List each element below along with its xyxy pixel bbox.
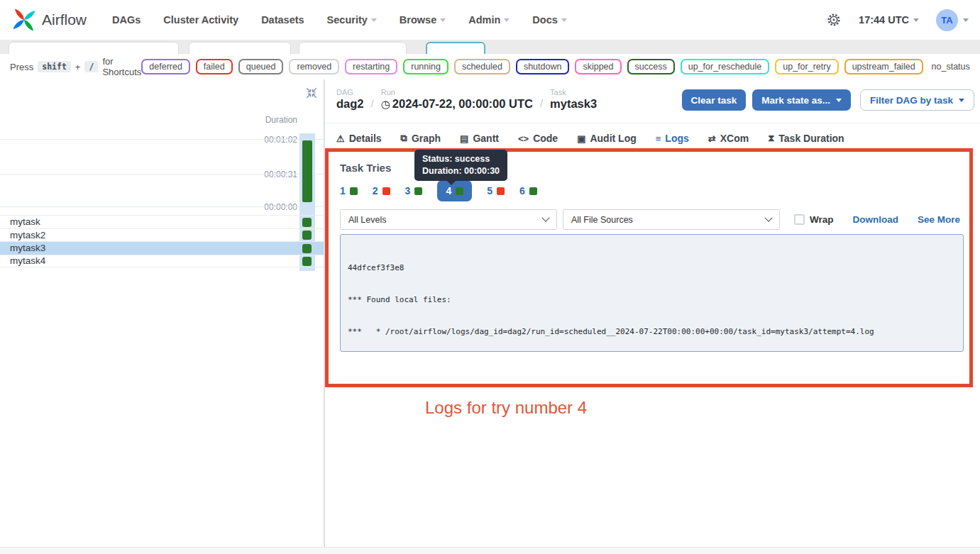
- run-date[interactable]: 2024-07-22, 00:00:00 UTC: [392, 97, 533, 111]
- state-badge-restarting[interactable]: restarting: [345, 59, 397, 74]
- filter-input-stub[interactable]: [189, 42, 291, 54]
- task-instance-square[interactable]: [302, 244, 312, 253]
- filter-input-stub[interactable]: [9, 42, 179, 54]
- dag-filter-bar: [0, 40, 980, 54]
- try-button-2[interactable]: 2: [373, 185, 390, 196]
- task-row-mytask3[interactable]: mytask3: [0, 241, 324, 255]
- state-badge-failed[interactable]: failed: [196, 59, 233, 74]
- state-badge-running[interactable]: running: [403, 59, 448, 74]
- tab-gantt[interactable]: ▤Gantt: [460, 133, 499, 144]
- filter-input-stub-active[interactable]: [426, 42, 485, 54]
- mark-state-as-button[interactable]: Mark state as...: [752, 89, 851, 111]
- shortcut-hint: Press shift + / for Shortcuts: [10, 56, 141, 77]
- wrap-toggle[interactable]: Wrap: [794, 214, 834, 225]
- try-state-square: [529, 187, 537, 195]
- top-navbar: Airflow DAGs Cluster Activity Datasets S…: [0, 0, 980, 40]
- try-state-square: [456, 187, 463, 195]
- try-button-1[interactable]: 1: [340, 185, 358, 196]
- duration-bar[interactable]: [302, 140, 312, 202]
- plus-text: +: [75, 62, 81, 72]
- log-output[interactable]: 44dfcef3f3e8 *** Found local files: *** …: [340, 234, 964, 352]
- state-badge-skipped[interactable]: skipped: [575, 59, 621, 74]
- gridline: [0, 139, 324, 140]
- download-link[interactable]: Download: [852, 214, 898, 225]
- detail-tabs: ⚠Details ⧉Graph ▤Gantt <>Code ▣Audit Log…: [336, 129, 844, 148]
- shortcut-press-text: Press: [10, 62, 33, 72]
- state-badge-scheduled[interactable]: scheduled: [454, 59, 510, 74]
- user-menu[interactable]: TA: [936, 9, 969, 31]
- avatar[interactable]: TA: [936, 9, 958, 31]
- task-instance-square[interactable]: [302, 257, 312, 266]
- tab-logs[interactable]: ≡Logs: [656, 133, 689, 144]
- axis-tick: 00:00:31: [264, 170, 297, 179]
- nav-admin[interactable]: Admin: [468, 14, 510, 26]
- task-instance-square[interactable]: [302, 218, 312, 227]
- state-badge-up-for-reschedule[interactable]: up_for_reschedule: [681, 59, 770, 74]
- dag-name[interactable]: dag2: [336, 97, 364, 111]
- wrap-checkbox[interactable]: [794, 214, 805, 225]
- tab-details[interactable]: ⚠Details: [336, 133, 382, 144]
- state-badge-removed[interactable]: removed: [289, 59, 339, 74]
- try-button-6[interactable]: 6: [519, 185, 537, 196]
- filter-dag-by-task-button[interactable]: Filter DAG by task: [860, 89, 974, 111]
- state-badge-up-for-retry[interactable]: up_for_retry: [775, 59, 838, 74]
- brand-name: Airflow: [42, 11, 87, 28]
- task-row-mytask2[interactable]: mytask2: [0, 228, 324, 242]
- airflow-logo[interactable]: Airflow: [11, 7, 87, 33]
- chevron-down-icon: [541, 214, 549, 221]
- task-name: mytask4: [10, 255, 45, 266]
- graph-icon: ⧉: [401, 133, 407, 144]
- nav-datasets[interactable]: Datasets: [261, 14, 304, 26]
- tab-xcom[interactable]: ⇄XCom: [708, 133, 749, 144]
- try-state-square: [497, 187, 505, 195]
- filter-input-stub[interactable]: [299, 42, 407, 54]
- task-name: mytask: [10, 216, 40, 227]
- log-line: *** Found local files:: [348, 294, 956, 305]
- axis-tick: 00:01:02: [264, 135, 297, 145]
- collapse-panel-icon[interactable]: [305, 87, 318, 99]
- try-state-square: [414, 187, 422, 195]
- breadcrumb-separator: /: [371, 97, 374, 111]
- nav-cluster-activity[interactable]: Cluster Activity: [163, 14, 238, 26]
- tab-graph[interactable]: ⧉Graph: [401, 133, 441, 144]
- gear-icon[interactable]: [826, 12, 842, 28]
- task-instance-square[interactable]: [302, 231, 312, 240]
- file-source-select[interactable]: All File Sources: [563, 209, 780, 230]
- task-name-value[interactable]: mytask3: [550, 97, 597, 111]
- state-badge-queued[interactable]: queued: [238, 59, 284, 74]
- chevron-down-icon: [371, 18, 377, 22]
- try-button-5[interactable]: 5: [487, 185, 505, 196]
- dag-label: DAG: [336, 88, 364, 96]
- state-badge-deferred[interactable]: deferred: [141, 59, 190, 74]
- code-icon: <>: [518, 133, 529, 144]
- tab-audit-log[interactable]: ▣Audit Log: [577, 133, 637, 144]
- chevron-down-icon: [836, 99, 842, 102]
- try-button-3[interactable]: 3: [405, 185, 423, 196]
- nav-security[interactable]: Security: [327, 14, 377, 26]
- nav-dags[interactable]: DAGs: [112, 14, 141, 26]
- state-badge-upstream-failed[interactable]: upstream_failed: [844, 59, 923, 74]
- annotation-caption: Logs for try number 4: [425, 398, 587, 418]
- task-row-mytask4[interactable]: mytask4: [0, 255, 324, 268]
- task-duration-icon: ⧗: [768, 133, 774, 144]
- breadcrumb-task[interactable]: Task mytask3: [550, 88, 597, 111]
- slash-key: /: [84, 61, 98, 72]
- task-row-mytask[interactable]: mytask: [0, 215, 324, 228]
- tab-code[interactable]: <>Code: [518, 133, 558, 144]
- task-label: Task: [550, 88, 597, 96]
- clock-timezone-selector[interactable]: 17:44 UTC: [859, 14, 919, 26]
- breadcrumb-run[interactable]: Run ◷ 2024-07-22, 00:00:00 UTC: [381, 88, 533, 111]
- state-badge-success[interactable]: success: [627, 59, 675, 74]
- log-level-select[interactable]: All Levels: [340, 209, 557, 230]
- breadcrumb-separator: /: [540, 97, 543, 111]
- task-detail-panel: DAG dag2 / Run ◷ 2024-07-22, 00:00:00 UT…: [326, 79, 980, 547]
- clear-task-button[interactable]: Clear task: [682, 89, 747, 111]
- breadcrumb-dag[interactable]: DAG dag2: [336, 88, 364, 111]
- tab-task-duration[interactable]: ⧗Task Duration: [768, 133, 844, 144]
- chevron-down-icon: [504, 18, 510, 22]
- nav-browse[interactable]: Browse: [400, 14, 446, 26]
- navbar-right: 17:44 UTC TA: [826, 9, 969, 31]
- see-more-link[interactable]: See More: [918, 214, 960, 225]
- state-badge-shutdown[interactable]: shutdown: [516, 59, 570, 74]
- nav-docs[interactable]: Docs: [532, 14, 566, 26]
